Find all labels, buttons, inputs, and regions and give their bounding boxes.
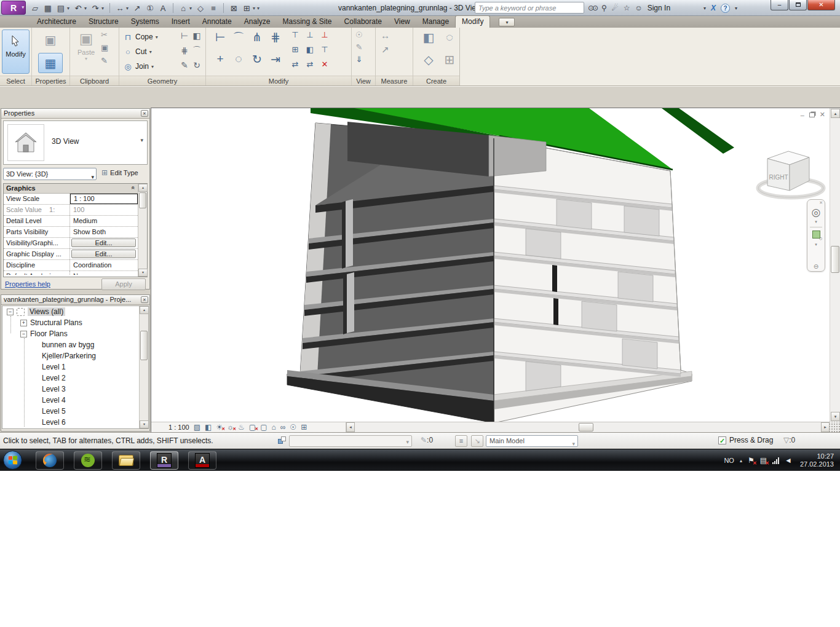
tree-item-bunnen-av-bygg[interactable]: bunnen av bygg (2, 339, 148, 350)
tab-insert[interactable]: Insert (165, 16, 196, 28)
resize-grip[interactable] (830, 422, 840, 432)
start-button[interactable] (3, 451, 22, 470)
beam-join-icon[interactable]: ⊢ (178, 31, 191, 45)
paste-button[interactable]: ▣ Paste ▾ (74, 30, 98, 73)
split-icon[interactable]: ⋔ (248, 30, 266, 52)
print-icon[interactable]: ▤ (57, 4, 65, 13)
collapse-icon[interactable]: − (7, 309, 14, 315)
pin-small-icon[interactable]: ⊤ (317, 45, 332, 60)
close-button[interactable]: ✕ (807, 0, 835, 10)
section-graphics[interactable]: Graphics « (4, 184, 138, 194)
measure-icon[interactable]: ↔ (116, 4, 124, 13)
scroll-down-icon[interactable]: ▾ (140, 420, 149, 428)
properties-close-icon[interactable]: ✕ (141, 110, 148, 117)
tab-annotate[interactable]: Annotate (196, 16, 238, 28)
cut-caret-icon[interactable]: ▾ (149, 49, 152, 55)
tree-label[interactable]: Level 4 (42, 396, 66, 404)
tab-modify[interactable]: Modify (455, 15, 490, 28)
tree-label[interactable]: Level 1 (42, 363, 66, 371)
ribbon-display-toggle[interactable]: ▾ (499, 18, 515, 26)
volume-icon[interactable]: ◄ (785, 456, 792, 465)
zoom-caret-icon[interactable]: ▾ (807, 242, 825, 247)
offset-icon[interactable]: ⌒ (191, 45, 203, 60)
prop-row-discipline[interactable]: Discipline Coordination (4, 260, 138, 271)
panel-label-measure[interactable]: Measure (376, 76, 413, 85)
subscription-key-icon[interactable]: ⚲ (601, 4, 607, 12)
tab-analyze[interactable]: Analyze (238, 16, 277, 28)
show-hidden-icons[interactable]: ▴ (740, 458, 742, 463)
trim-extend-icon[interactable]: ⇥ (266, 52, 285, 74)
tree-item-level-2[interactable]: Level 2 (2, 373, 148, 384)
cut-icon[interactable]: ✂ (101, 30, 108, 39)
scroll-up-icon[interactable]: ▴ (140, 306, 149, 314)
panel-label-select[interactable]: Select (0, 76, 31, 85)
sign-in-button[interactable]: Sign In (648, 4, 670, 12)
scroll-thumb[interactable] (831, 246, 839, 273)
revit-app-button[interactable]: R ▾ (1, 1, 26, 15)
split-with-gap-icon[interactable]: ⋕ (266, 30, 285, 52)
tab-systems[interactable]: Systems (125, 16, 165, 28)
prop-value[interactable]: Medium (70, 216, 138, 226)
text-icon[interactable]: A (159, 4, 167, 13)
tree-item-structural-plans[interactable]: + Structural Plans (2, 317, 148, 328)
prop-row-graphic-display[interactable]: Graphic Display ... Edit... (4, 249, 138, 260)
shadows-icon[interactable]: ☼ (227, 423, 234, 432)
tree-item-kjeller-parkering[interactable]: Kjeller/Parkering (2, 350, 148, 361)
edit-button[interactable]: Edit... (71, 250, 136, 258)
unjoin-icon[interactable]: ⋕ (178, 45, 191, 60)
crop-view-icon[interactable]: ▢ (249, 423, 256, 432)
drawing-area[interactable]: – ✕ RIGHT ✕ ◎ ▾ ▾ ⊖ ▴ ▾ 1 : 100 ▨ (151, 108, 840, 432)
print-caret-icon[interactable]: ▾ (67, 6, 69, 11)
search-input[interactable] (475, 2, 584, 14)
switch-windows-caret-icon[interactable]: ▾ (253, 6, 255, 11)
taskbar-clock[interactable]: 10:27 27.02.2013 (800, 452, 834, 468)
edit-button[interactable]: Edit... (71, 239, 136, 247)
default-3d-view-icon[interactable]: ⌂ (179, 4, 188, 13)
scroll-up-icon[interactable]: ▴ (138, 184, 148, 192)
close-hidden-windows-icon[interactable]: ⊠ (229, 4, 238, 13)
tab-collaborate[interactable]: Collaborate (338, 16, 388, 28)
detail-level-icon[interactable]: ▨ (194, 423, 200, 432)
3d-building-model[interactable] (151, 108, 830, 422)
communication-center-icon[interactable]: ☄ (612, 4, 619, 12)
prop-value[interactable]: 1 : 100 (70, 194, 138, 204)
create-similar-icon[interactable]: ◌ (439, 30, 460, 52)
navbar-close-icon[interactable]: ✕ (819, 200, 823, 205)
unpin-x-icon[interactable]: ⊥ (317, 30, 332, 45)
scroll-down-icon[interactable]: ▾ (831, 412, 840, 421)
tag-icon[interactable]: ① (146, 4, 154, 13)
restore-button[interactable] (789, 0, 807, 10)
customize-qat-caret-icon[interactable]: ▾ (257, 6, 260, 11)
panel-label-clipboard[interactable]: Clipboard (70, 76, 119, 85)
scroll-up-icon[interactable]: ▴ (831, 109, 840, 118)
expand-icon[interactable]: + (20, 320, 27, 326)
user-icon[interactable]: ☺ (635, 4, 642, 12)
viewcube-face-label[interactable]: RIGHT (769, 174, 788, 181)
worksets-dropdown[interactable]: ▾ (289, 435, 412, 447)
undo-icon[interactable]: ↶ (74, 4, 82, 13)
tab-structure[interactable]: Structure (82, 16, 125, 28)
tree-label[interactable]: Kjeller/Parkering (42, 352, 96, 360)
wheel-caret-icon[interactable]: ▾ (807, 219, 825, 224)
instance-selector[interactable]: 3D View: {3D} ▾ (3, 168, 97, 180)
taskbar-spotify[interactable] (74, 451, 102, 470)
collapse-icon[interactable]: − (20, 331, 27, 337)
align-icon[interactable]: ⊢ (211, 30, 229, 52)
tree-label[interactable]: Views (all) (28, 307, 65, 316)
pin-icon[interactable]: ⊤ (288, 30, 303, 45)
measure-caret-icon[interactable]: ▾ (126, 6, 129, 11)
selection-filter[interactable]: ▽:0 (783, 436, 795, 444)
offset-icon[interactable]: ⌒ (229, 30, 248, 52)
copy-icon[interactable]: ◌ (229, 52, 248, 74)
edit-type-button[interactable]: ⊞ Edit Type (101, 168, 138, 177)
view-close-icon[interactable]: ✕ (820, 111, 825, 119)
redo-icon[interactable]: ↷ (91, 4, 100, 13)
tree-label[interactable]: Level 3 (42, 385, 66, 393)
create-group-icon[interactable]: ◇ (418, 52, 439, 74)
properties-scrollbar[interactable]: ▴ ▾ (138, 184, 147, 277)
scroll-down-icon[interactable]: ▾ (138, 269, 148, 277)
apply-button[interactable]: Apply (101, 278, 146, 290)
help-icon[interactable]: ? (721, 4, 730, 13)
properties-help-link[interactable]: Properties help (5, 280, 50, 288)
taskbar-firefox[interactable] (36, 451, 64, 470)
